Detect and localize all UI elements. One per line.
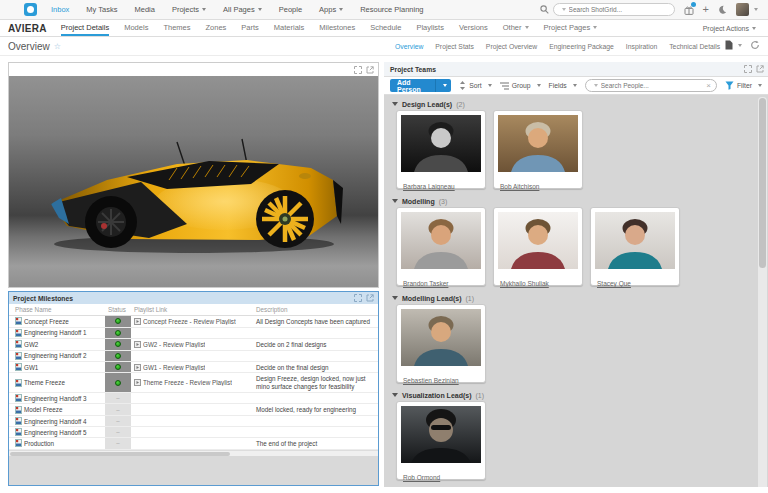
popout-icon[interactable]	[366, 294, 374, 302]
people-search-input[interactable]	[601, 82, 703, 89]
chevron-down-icon	[593, 26, 597, 29]
expand-icon[interactable]	[744, 65, 752, 73]
person-card[interactable]: Barbara Laigneau	[396, 110, 486, 189]
clear-search-icon[interactable]: ×	[706, 82, 711, 90]
tab-other[interactable]: Other	[503, 20, 529, 36]
project-name[interactable]: AVIERA	[8, 23, 47, 34]
person-name-link[interactable]: Sebastien Bezinian	[403, 377, 459, 384]
tab-materials[interactable]: Materials	[274, 20, 304, 36]
favorite-star-icon[interactable]: ☆	[54, 42, 61, 51]
subtab-engineering-package[interactable]: Engineering Package	[549, 43, 614, 50]
table-row[interactable]: GW2 GW2 - Review Playlist Decide on 2 fi…	[9, 339, 378, 351]
nav-apps[interactable]: Apps	[319, 5, 343, 14]
subtab-overview[interactable]: Overview	[395, 43, 423, 50]
scrollbar-thumb[interactable]	[759, 98, 766, 268]
subtab-project-overview[interactable]: Project Overview	[486, 43, 537, 50]
person-name-link[interactable]: Mykhailo Shuliak	[500, 280, 549, 287]
fields-dropdown[interactable]: Fields	[549, 82, 577, 89]
person-card[interactable]: Brandon Tasker	[396, 207, 486, 286]
group-header-visualization-leads[interactable]: Visualization Lead(s) (1)	[384, 389, 768, 401]
playlist-link[interactable]: Concept Freeze - Review Playlist	[143, 318, 236, 325]
whats-new-gift-icon[interactable]	[684, 5, 694, 15]
person-card[interactable]: Bob Aitchison	[493, 110, 583, 189]
subtab-inspiration[interactable]: Inspiration	[626, 43, 657, 50]
playlist-link[interactable]: GW2 - Review Playlist	[143, 341, 205, 348]
tab-playlists[interactable]: Playlists	[416, 20, 444, 36]
group-header-design-leads[interactable]: Design Lead(s) (2)	[384, 98, 768, 110]
table-row[interactable]: Model Freeze Model locked, ready for eng…	[9, 404, 378, 416]
table-row[interactable]: Concept Freeze Concept Freeze - Review P…	[9, 316, 378, 328]
nav-people[interactable]: People	[279, 5, 302, 14]
person-name-link[interactable]: Brandon Tasker	[403, 280, 448, 287]
nav-resource-planning[interactable]: Resource Planning	[360, 5, 423, 14]
person-name-link[interactable]: Barbara Laigneau	[403, 183, 455, 190]
nav-media[interactable]: Media	[134, 5, 154, 14]
shotgrid-logo[interactable]	[24, 3, 37, 16]
global-search-input[interactable]	[569, 6, 659, 13]
table-row[interactable]: GW1 GW1 - Review Playlist Decide on the …	[9, 362, 378, 374]
account-menu[interactable]	[736, 3, 758, 16]
group-header-modelling[interactable]: Modelling (3)	[384, 195, 768, 207]
page-menu[interactable]	[725, 40, 742, 50]
create-plus-icon[interactable]: +	[703, 4, 709, 15]
tab-themes[interactable]: Themes	[163, 20, 190, 36]
person-card[interactable]: Stacey Que	[590, 207, 680, 286]
chevron-down-icon[interactable]	[562, 8, 566, 11]
chevron-down-icon[interactable]	[594, 84, 598, 87]
status-cell	[105, 438, 131, 449]
subtab-project-stats[interactable]: Project Stats	[435, 43, 474, 50]
playlist-link[interactable]: GW1 - Review Playlist	[143, 364, 205, 371]
table-row[interactable]: Engineering Handoff 5	[9, 427, 378, 438]
playlist-link[interactable]: Theme Freeze - Review Playlist	[143, 379, 232, 386]
column-header-description[interactable]: Description	[253, 304, 378, 315]
nav-projects[interactable]: Projects	[172, 5, 206, 14]
person-name-link[interactable]: Rob Ormond	[403, 474, 440, 481]
person-card[interactable]: Sebastien Bezinian	[396, 304, 486, 383]
filter-dropdown[interactable]: Filter	[725, 81, 762, 90]
horizontal-scrollbar[interactable]	[9, 450, 378, 456]
status-green-icon	[115, 341, 121, 347]
person-name-link[interactable]: Stacey Que	[597, 280, 631, 287]
expand-icon[interactable]	[354, 294, 362, 302]
tab-versions[interactable]: Versions	[459, 20, 488, 36]
popout-icon[interactable]	[756, 65, 764, 73]
sort-dropdown[interactable]: Sort	[459, 81, 491, 90]
nav-my-tasks[interactable]: My Tasks	[86, 5, 117, 14]
person-name-link[interactable]: Bob Aitchison	[500, 183, 539, 190]
tab-project-details[interactable]: Project Details	[61, 20, 109, 36]
scrollbar-thumb[interactable]	[10, 452, 230, 456]
refresh-icon[interactable]	[750, 40, 760, 50]
tab-models[interactable]: Models	[124, 20, 148, 36]
tab-milestones[interactable]: Milestones	[319, 20, 355, 36]
concept-car-image[interactable]	[9, 76, 378, 287]
table-row[interactable]: Engineering Handoff 1	[9, 328, 378, 339]
column-header-status[interactable]: Status	[105, 304, 131, 315]
group-header-modelling-leads[interactable]: Modelling Lead(s) (1)	[384, 292, 768, 304]
tab-zones[interactable]: Zones	[205, 20, 226, 36]
add-person-dropdown[interactable]	[435, 79, 451, 92]
table-row[interactable]: Engineering Handoff 2	[9, 351, 378, 362]
table-row[interactable]: Production The end of the project	[9, 438, 378, 450]
column-header-playlist-link[interactable]: Playlist Link	[131, 304, 253, 315]
popout-icon[interactable]	[366, 66, 374, 74]
person-card[interactable]: Mykhailo Shuliak	[493, 207, 583, 286]
global-search-box[interactable]	[553, 3, 675, 16]
project-actions-menu[interactable]: Project Actions	[703, 25, 756, 32]
tab-project-pages[interactable]: Project Pages	[544, 20, 598, 36]
people-search-box[interactable]: ×	[585, 79, 717, 92]
tab-schedule[interactable]: Schedule	[370, 20, 401, 36]
add-person-button[interactable]: Add Person	[390, 79, 451, 92]
table-row[interactable]: Theme Freeze Theme Freeze - Review Playl…	[9, 373, 378, 393]
subtab-technical-details[interactable]: Technical Details	[669, 43, 720, 50]
table-row[interactable]: Engineering Handoff 3	[9, 393, 378, 404]
vertical-scrollbar[interactable]	[758, 97, 767, 487]
group-dropdown[interactable]: Group	[500, 82, 541, 90]
moon-icon[interactable]	[718, 5, 727, 14]
person-card[interactable]: Rob Ormond	[396, 401, 486, 480]
tab-parts[interactable]: Parts	[241, 20, 259, 36]
nav-inbox[interactable]: Inbox	[51, 5, 69, 14]
column-header-phase-name[interactable]: Phase Name	[9, 304, 105, 315]
expand-icon[interactable]	[354, 66, 362, 74]
table-row[interactable]: Engineering Handoff 4	[9, 416, 378, 427]
nav-all-pages[interactable]: All Pages	[223, 5, 262, 14]
